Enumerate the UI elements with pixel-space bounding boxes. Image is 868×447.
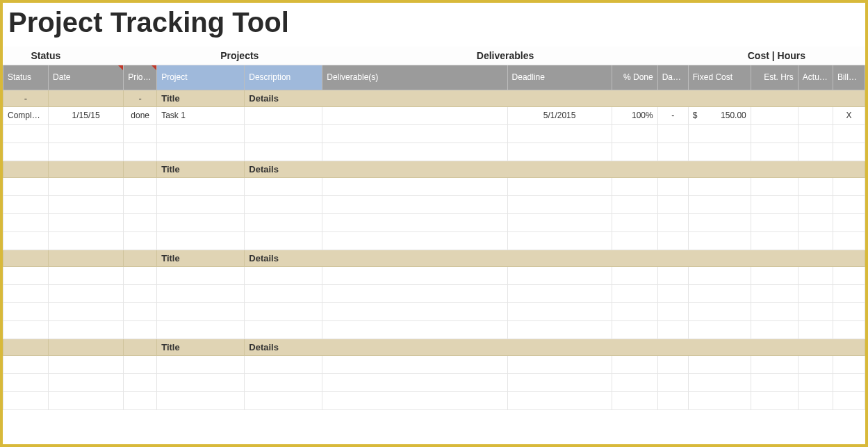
table-row: [3, 373, 865, 391]
col-priority-label: Priority: [128, 72, 154, 82]
col-days-left[interactable]: Days Left: [657, 65, 688, 90]
column-header-row: Status Date Priority Project Description…: [3, 65, 865, 90]
group-details-label[interactable]: Details: [245, 339, 865, 355]
comment-marker-icon: [152, 65, 156, 70]
table-row: [3, 177, 865, 195]
table-row: [3, 320, 865, 339]
cell-fixed-cost[interactable]: $ 150.00: [688, 106, 751, 124]
section-header-row: Status Projects Deliverables Cost | Hour…: [3, 47, 865, 65]
table-row: [3, 195, 865, 213]
col-actual-hrs[interactable]: Actual Hrs: [798, 65, 833, 90]
section-status: Status: [3, 47, 157, 65]
col-description[interactable]: Description: [245, 65, 322, 90]
summary-priority[interactable]: -: [124, 90, 157, 106]
cell-priority[interactable]: done: [124, 106, 157, 124]
cell-billed-hrs[interactable]: X: [833, 106, 865, 124]
col-billed-hrs[interactable]: Billed Hrs: [833, 65, 865, 90]
group-title-label[interactable]: Title: [157, 90, 245, 106]
col-date-label: Date: [53, 72, 70, 82]
group-title-label[interactable]: Title: [157, 250, 245, 266]
table-row: [3, 143, 865, 161]
cell-project[interactable]: Task 1: [157, 106, 245, 124]
col-date[interactable]: Date: [49, 65, 124, 90]
cell-est-hrs[interactable]: [751, 106, 798, 124]
cell[interactable]: [49, 90, 124, 106]
section-cost-hours: Cost | Hours: [688, 47, 865, 65]
cell-pct-done[interactable]: 100%: [612, 106, 657, 124]
cell-description[interactable]: [245, 106, 322, 124]
group-divider-row: Title Details: [3, 339, 865, 355]
cell-deadline[interactable]: 5/1/2015: [507, 106, 612, 124]
col-priority[interactable]: Priority: [124, 65, 157, 90]
group-title-label[interactable]: Title: [157, 339, 245, 355]
currency-symbol: $: [693, 111, 698, 120]
group-details-label[interactable]: Details: [245, 161, 865, 177]
cell-date[interactable]: 1/15/15: [49, 106, 124, 124]
comment-marker-icon: [118, 65, 123, 70]
col-project[interactable]: Project: [157, 65, 245, 90]
col-fixed-cost[interactable]: Fixed Cost: [688, 65, 751, 90]
group-details-label[interactable]: Details: [245, 250, 865, 266]
table-row: [3, 391, 865, 409]
cell-days-left[interactable]: -: [657, 106, 688, 124]
table-row: [3, 213, 865, 231]
table-row: [3, 124, 865, 143]
section-projects: Projects: [157, 47, 322, 65]
col-pct-done[interactable]: % Done: [612, 65, 657, 90]
section-deliverables: Deliverables: [322, 47, 688, 65]
col-deliverables[interactable]: Deliverable(s): [322, 65, 507, 90]
col-est-hrs[interactable]: Est. Hrs: [751, 65, 798, 90]
group-details-label[interactable]: Details: [245, 90, 865, 106]
col-status[interactable]: Status: [3, 65, 49, 90]
table-row: [3, 266, 865, 284]
table-row: [3, 284, 865, 302]
tracking-table: Status Projects Deliverables Cost | Hour…: [3, 47, 865, 410]
table-row: [3, 302, 865, 320]
app-frame: Project Tracking Tool Status Projects De…: [0, 0, 868, 447]
table-row: [3, 355, 865, 373]
currency-value: 150.00: [721, 111, 746, 120]
cell-deliverables[interactable]: [322, 106, 507, 124]
cell-status[interactable]: Completed: [3, 106, 49, 124]
cell-actual-hrs[interactable]: [798, 106, 833, 124]
group-divider-row: Title Details: [3, 161, 865, 177]
table-row: Completed 1/15/15 done Task 1 5/1/2015 1…: [3, 106, 865, 124]
col-deadline[interactable]: Deadline: [507, 65, 612, 90]
table-row: [3, 231, 865, 250]
page-title: Project Tracking Tool: [3, 3, 865, 47]
group-title-label[interactable]: Title: [157, 161, 245, 177]
group-divider-row: - - Title Details: [3, 90, 865, 106]
summary-status[interactable]: -: [3, 90, 49, 106]
group-divider-row: Title Details: [3, 250, 865, 266]
